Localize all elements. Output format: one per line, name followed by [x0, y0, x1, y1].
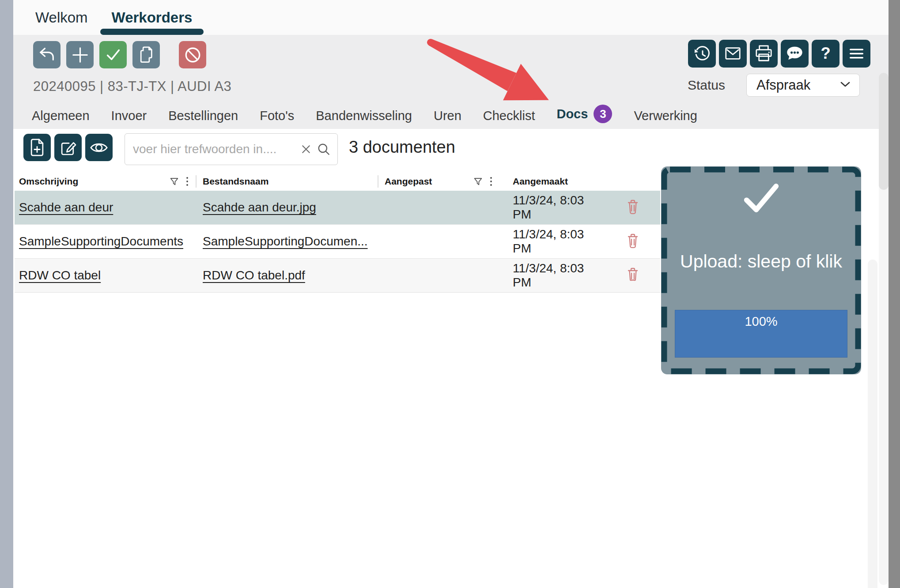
new-document-icon [23, 134, 51, 161]
clear-search-icon[interactable] [301, 144, 311, 154]
tab-algemeen[interactable]: Algemeen [32, 109, 90, 123]
window-tab-bar: Welkom Werkorders [13, 0, 889, 35]
app-window: Welkom Werkorders [13, 0, 889, 588]
desktop-left-edge [0, 0, 13, 588]
upload-dropzone[interactable]: Upload: sleep of klik 100% [661, 166, 861, 374]
column-header-actions [605, 172, 660, 191]
tab-bandenwisseling[interactable]: Bandenwisseling [316, 109, 412, 123]
search-input[interactable] [133, 142, 295, 156]
add-button[interactable] [66, 41, 94, 68]
print-icon [750, 40, 778, 68]
trash-icon [625, 278, 640, 285]
document-description-link[interactable]: Scahde aan deur [19, 200, 113, 214]
content-scrollbar[interactable] [868, 260, 877, 588]
new-document-button[interactable] [23, 134, 51, 161]
column-header-aangemaakt[interactable]: Aangemaakt [499, 172, 605, 191]
status-label: Status [688, 78, 725, 93]
upload-progress-value: 100% [675, 314, 847, 329]
column-header-bestandsnaam[interactable]: Bestandsnaam [196, 172, 378, 191]
column-menu-icon[interactable] [490, 177, 492, 186]
tab-verwerking[interactable]: Verwerking [634, 109, 697, 123]
tab-label: Invoer [111, 109, 147, 123]
confirm-check-icon [99, 41, 127, 69]
filter-icon[interactable] [170, 177, 179, 186]
trash-icon [625, 244, 640, 251]
cancel-icon [179, 41, 207, 69]
workorder-title: 20240095 | 83-TJ-TX | AUDI A3 [33, 79, 231, 94]
column-label: Bestandsnaam [203, 176, 268, 187]
table-row[interactable]: Scahde aan deur Scahde aan deur.jpg 11/3… [15, 191, 660, 225]
document-description-link[interactable]: RDW CO tabel [19, 268, 101, 282]
tab-label: Bandenwisseling [316, 109, 412, 123]
tab-label: Docs [556, 107, 588, 121]
window-tab-werkorders[interactable]: Werkorders [111, 9, 193, 26]
window-scrollbar-thumb[interactable] [879, 73, 889, 190]
print-button[interactable] [750, 40, 778, 68]
status-value: Afspraak [756, 77, 840, 93]
svg-text:?: ? [821, 44, 830, 62]
column-label: Aangemaakt [513, 176, 568, 187]
window-tab-label: Welkom [35, 9, 88, 26]
history-button[interactable] [688, 40, 716, 68]
undo-button[interactable] [33, 41, 61, 68]
workorder-tab-bar: Algemeen Invoer Bestellingen Foto's Band… [32, 105, 697, 123]
undo-icon [33, 41, 61, 69]
workorder-toolbar [33, 41, 206, 68]
delete-document-button[interactable] [624, 197, 642, 219]
desktop-right-edge [889, 0, 900, 588]
docs-action-toolbar [23, 134, 113, 161]
table-row[interactable]: RDW CO tabel RDW CO tabel.pdf 11/3/24, 8… [15, 259, 660, 293]
tab-checklist[interactable]: Checklist [483, 109, 535, 123]
edit-icon [54, 134, 82, 161]
window-tab-label: Werkorders [112, 9, 193, 26]
help-button[interactable]: ? [812, 40, 839, 68]
chat-button[interactable] [781, 40, 809, 68]
cancel-button[interactable] [179, 41, 206, 68]
tab-invoer[interactable]: Invoer [111, 109, 147, 123]
column-label: Aangepast [385, 176, 432, 187]
mail-button[interactable] [719, 40, 747, 68]
documents-count: 3 documenten [349, 138, 455, 157]
upload-label: Upload: sleep of klik [661, 251, 861, 272]
table-header-row: Omschrijving Bestandsnaam Aangepast [15, 172, 660, 191]
tab-label: Algemeen [32, 109, 90, 123]
menu-button[interactable] [843, 40, 870, 68]
edit-document-button[interactable] [54, 134, 82, 161]
copy-button[interactable] [132, 41, 160, 68]
status-dropdown[interactable]: Afspraak [746, 74, 860, 97]
tab-fotos[interactable]: Foto's [260, 109, 294, 123]
active-tab-underline [100, 29, 204, 35]
search-icon[interactable] [317, 143, 330, 156]
created-date: 11/3/24, 8:03 PM [513, 193, 584, 221]
column-menu-icon[interactable] [186, 177, 189, 186]
table-row[interactable]: SampleSupportingDocuments SampleSupporti… [15, 225, 660, 259]
column-header-aangepast[interactable]: Aangepast [378, 172, 499, 191]
tab-docs[interactable]: Docs 3 [556, 105, 612, 123]
filter-icon[interactable] [473, 177, 483, 186]
tab-label: Checklist [483, 109, 535, 123]
document-description-link[interactable]: SampleSupportingDocuments [19, 234, 183, 248]
delete-document-button[interactable] [624, 231, 642, 253]
workorder-header: ? 20240095 | 83-TJ-TX | AUDI A3 Status A… [13, 35, 889, 129]
column-header-omschrijving[interactable]: Omschrijving [15, 172, 196, 191]
view-document-button[interactable] [85, 134, 113, 161]
upload-success-check-icon [741, 181, 782, 218]
mail-icon [719, 40, 747, 68]
tab-bestellingen[interactable]: Bestellingen [168, 109, 238, 123]
docs-count-badge: 3 [594, 105, 612, 123]
confirm-button[interactable] [99, 41, 127, 68]
created-date: 11/3/24, 8:03 PM [513, 261, 584, 289]
upload-progress-bar: 100% [675, 310, 847, 358]
document-file-link[interactable]: SampleSupportingDocumen... [203, 234, 368, 248]
header-utility-toolbar: ? [688, 40, 870, 68]
window-tab-welkom[interactable]: Welkom [34, 9, 89, 26]
history-icon [688, 40, 716, 68]
tab-label: Foto's [260, 109, 294, 123]
chevron-down-icon [840, 81, 851, 89]
document-file-link[interactable]: RDW CO tabel.pdf [203, 268, 305, 282]
tab-uren[interactable]: Uren [434, 109, 461, 123]
document-file-link[interactable]: Scahde aan deur.jpg [203, 200, 316, 214]
tab-label: Bestellingen [168, 109, 238, 123]
docs-search-box [125, 133, 338, 165]
delete-document-button[interactable] [624, 265, 642, 286]
